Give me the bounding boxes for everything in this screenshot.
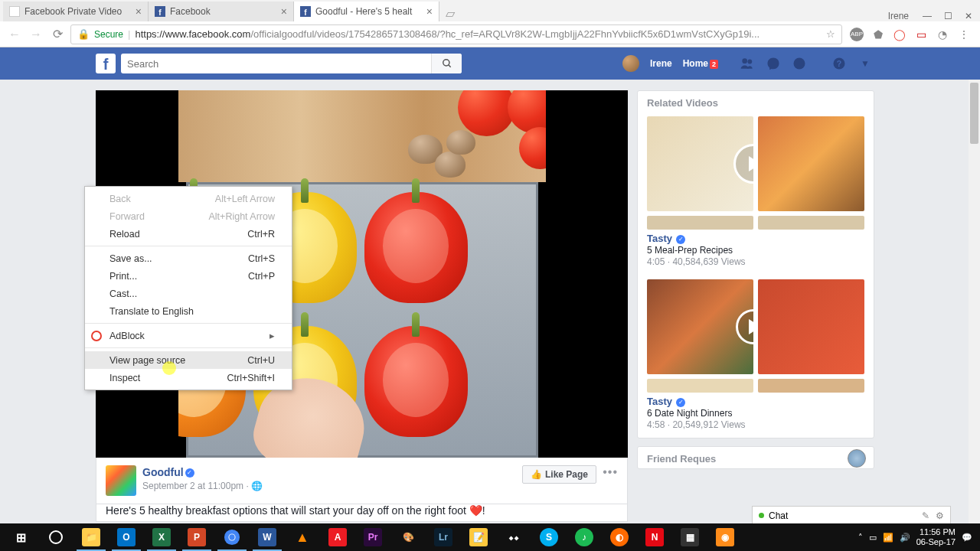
user-avatar[interactable] — [622, 55, 639, 72]
page-favicon — [9, 6, 20, 17]
shield-icon[interactable]: ⬟ — [871, 28, 885, 41]
context-inspect[interactable]: InspectCtrl+Shift+I — [85, 369, 292, 386]
svg-line-1 — [448, 65, 450, 67]
app-taskbar[interactable]: ◉ — [707, 523, 743, 551]
volume-icon[interactable]: 🔊 — [900, 533, 910, 543]
word-taskbar[interactable]: W — [250, 523, 285, 551]
lightroom-taskbar[interactable]: Lr — [426, 523, 461, 551]
dropdown-icon[interactable]: ▼ — [858, 56, 873, 71]
related-thumb[interactable] — [758, 279, 864, 374]
post-timestamp: September 2 at 11:00pm · 🌐 — [142, 481, 263, 491]
taskbar-clock[interactable]: 11:56 PM06-Sep-17 — [916, 527, 956, 546]
browser-tab-1[interactable]: f Facebook × — [149, 2, 294, 21]
search-button[interactable] — [431, 54, 462, 73]
opera-icon[interactable]: ◯ — [893, 28, 906, 41]
minimize-icon[interactable]: — — [923, 11, 932, 21]
chat-dock[interactable]: Chat ✎ ⚙ — [752, 506, 951, 524]
cursor-highlight — [162, 361, 176, 375]
abp-icon[interactable]: ABP — [850, 28, 864, 41]
vlc-taskbar[interactable]: ▲ — [285, 523, 320, 551]
close-icon[interactable]: × — [136, 5, 142, 18]
context-cast[interactable]: Cast... — [85, 285, 292, 302]
browser-tab-strip: Facebook Private Video × f Facebook × f … — [0, 0, 980, 21]
start-button[interactable]: ⊞ — [3, 523, 38, 551]
close-icon[interactable]: × — [426, 5, 433, 18]
star-icon[interactable]: ☆ — [826, 28, 835, 40]
reload-button[interactable]: ⟳ — [49, 26, 66, 43]
premiere-taskbar[interactable]: Pr — [355, 523, 390, 551]
spotify-taskbar[interactable]: ♪ — [567, 523, 602, 551]
related-thumb[interactable] — [758, 116, 864, 211]
context-forward[interactable]: ForwardAlt+Right Arrow — [85, 207, 292, 225]
context-save-as[interactable]: Save as...Ctrl+S — [85, 249, 292, 267]
menu-icon[interactable]: ⋮ — [957, 28, 971, 41]
outlook-taskbar[interactable]: O — [109, 523, 144, 551]
wifi-icon[interactable]: 📶 — [883, 533, 893, 543]
user-name-link[interactable]: Irene — [650, 58, 672, 69]
page-name-link[interactable]: Goodful — [142, 466, 184, 478]
forward-button[interactable]: → — [28, 26, 44, 43]
maximize-icon[interactable]: ☐ — [944, 11, 952, 21]
messenger-icon[interactable] — [766, 56, 781, 71]
edit-icon[interactable]: ✎ — [922, 510, 929, 521]
context-back[interactable]: BackAlt+Left Arrow — [85, 190, 292, 207]
globe-icon[interactable] — [792, 56, 807, 71]
context-reload[interactable]: ReloadCtrl+R — [85, 225, 292, 243]
explorer-taskbar[interactable]: 📁 — [74, 523, 109, 551]
back-button[interactable]: ← — [6, 26, 23, 43]
search-input[interactable] — [121, 58, 431, 70]
gear-icon[interactable]: ⚙ — [936, 510, 944, 521]
page-avatar[interactable] — [106, 465, 136, 496]
paint-taskbar[interactable]: 🎨 — [390, 523, 426, 551]
close-icon[interactable]: × — [281, 5, 287, 18]
new-tab-button[interactable]: ▱ — [439, 5, 461, 21]
excel-taskbar[interactable]: X — [144, 523, 179, 551]
youtube-icon[interactable]: ▭ — [914, 28, 928, 41]
powerpoint-taskbar[interactable]: P — [179, 523, 214, 551]
lock-icon: 🔒 — [77, 28, 90, 40]
context-translate[interactable]: Translate to English — [85, 302, 292, 320]
help-icon[interactable]: ? — [831, 56, 847, 71]
notes-taskbar[interactable]: 📝 — [461, 523, 496, 551]
scrollbar[interactable] — [969, 80, 980, 551]
post-options-button[interactable]: ••• — [603, 465, 618, 479]
tidal-taskbar[interactable]: ⬥⬥ — [496, 523, 531, 551]
context-adblock[interactable]: AdBlock▸ — [85, 327, 292, 344]
related-video-title[interactable]: 6 Date Night Dinners — [647, 408, 864, 419]
acrobat-taskbar[interactable]: A — [320, 523, 355, 551]
friends-icon[interactable] — [740, 56, 755, 71]
facebook-logo[interactable]: f — [96, 54, 116, 73]
netflix-taskbar[interactable]: N — [637, 523, 672, 551]
channel-link[interactable]: Tasty — [647, 396, 672, 407]
notification-icon[interactable]: 💬 — [962, 533, 972, 543]
cortana-button[interactable] — [38, 523, 74, 551]
scrollbar-thumb[interactable] — [970, 83, 978, 144]
close-window-icon[interactable]: ✕ — [965, 11, 972, 21]
address-bar[interactable]: 🔒 Secure | https://www.facebook.com/offi… — [70, 24, 842, 44]
extension-icon[interactable]: ◔ — [936, 28, 949, 41]
related-thumb[interactable] — [647, 279, 753, 374]
post-header: Goodful✓ September 2 at 11:00pm · 🌐 👍Lik… — [96, 458, 628, 504]
context-view-source[interactable]: View page sourceCtrl+U — [85, 351, 292, 369]
browser-tab-0[interactable]: Facebook Private Video × — [3, 2, 149, 21]
tray-chevron-icon[interactable]: ˄ — [858, 533, 863, 543]
chrome-profile-name[interactable]: Irene — [888, 11, 909, 21]
tab-title: Facebook — [170, 6, 276, 17]
system-tray[interactable]: ˄ ▭ 📶 🔊 11:56 PM06-Sep-17 💬 — [858, 527, 980, 546]
url-text: https://www.facebook.com/officialgoodful… — [135, 28, 822, 40]
chrome-taskbar[interactable] — [214, 523, 250, 551]
app-taskbar[interactable]: ◐ — [602, 523, 637, 551]
skype-taskbar[interactable]: S — [531, 523, 567, 551]
battery-icon[interactable]: ▭ — [869, 533, 877, 543]
home-link[interactable]: Home2 — [683, 58, 718, 69]
related-video-title[interactable]: 5 Meal-Prep Recipes — [647, 245, 864, 256]
chat-label: Chat — [769, 510, 788, 521]
context-print[interactable]: Print...Ctrl+P — [85, 267, 292, 285]
chevron-right-icon: ▸ — [270, 330, 275, 341]
online-dot-icon — [759, 513, 764, 518]
channel-link[interactable]: Tasty — [647, 233, 672, 244]
related-thumb[interactable] — [647, 116, 753, 211]
browser-tab-2[interactable]: f Goodful - Here's 5 healt × — [294, 2, 439, 21]
calculator-taskbar[interactable]: ▦ — [672, 523, 707, 551]
like-page-button[interactable]: 👍Like Page — [522, 465, 596, 484]
